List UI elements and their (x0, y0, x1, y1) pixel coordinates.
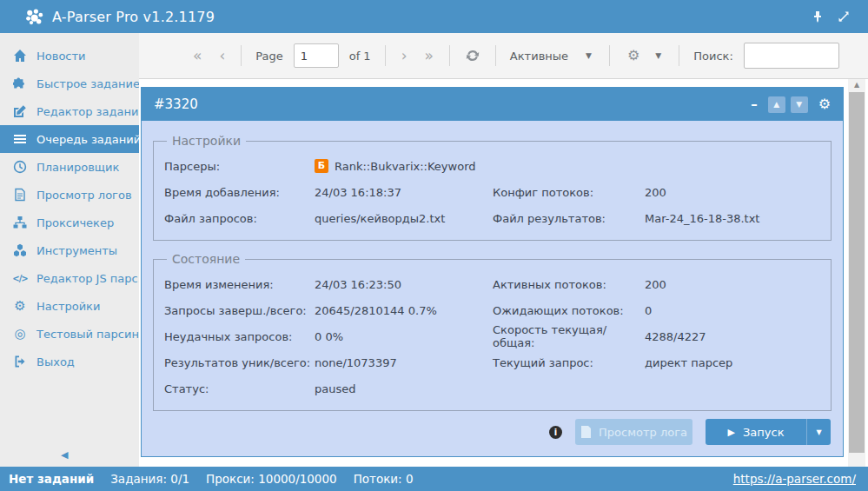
tasks-count: Задания: 0/1 (110, 472, 189, 486)
sign-out-icon (11, 355, 29, 368)
sidebar-item-label: Тестовый парсинг (36, 328, 145, 341)
parser-name: Rank::Bukvarix::Keyword (335, 160, 476, 173)
start-button[interactable]: ▶ Запуск ▼ (706, 419, 831, 445)
field-value: 0 0% (315, 330, 493, 343)
sidebar-item-label: Новости (36, 50, 86, 63)
field-value: 24/03 16:18:37 (315, 186, 493, 199)
field-value: 200 (645, 186, 820, 199)
file-text-icon (11, 188, 29, 202)
refresh-button[interactable] (457, 49, 488, 63)
sidebar-item-label: Планировщик (36, 161, 119, 174)
field-value: 4288/4227 (645, 330, 820, 343)
page-input[interactable] (294, 43, 339, 68)
cubes-icon (11, 243, 29, 257)
field-label: Результатов уник/всего: (164, 356, 315, 369)
field-value: Mar-24_16-18-38.txt (645, 212, 820, 225)
clock-icon (11, 160, 29, 174)
toolbar-separator (385, 45, 386, 66)
info-icon[interactable]: i (549, 426, 562, 439)
field-label: Активных потоков: (493, 278, 645, 291)
start-label: Запуск (743, 426, 785, 439)
main-content: #3320 – ▲ ▼ ⚙ Настройки Парсеры: Б Rank:… (139, 79, 847, 467)
task-card-body: Настройки Парсеры: Б Rank::Bukvarix::Key… (142, 121, 843, 456)
sidebar-item-exit[interactable]: Выход (0, 348, 139, 375)
sidebar-item-tools[interactable]: Инструменты (0, 236, 139, 264)
field-value: 0 (645, 304, 820, 317)
document-icon (580, 426, 592, 438)
field-label: Файл запросов: (164, 212, 315, 225)
settings-section-title: Настройки (167, 134, 246, 148)
field-label: Конфиг потоков: (493, 186, 645, 199)
search-input[interactable] (744, 43, 839, 69)
page-label: Page (248, 50, 289, 63)
field-label: Неудачных запросов: (164, 330, 315, 343)
prev-page-button[interactable]: ‹ (210, 49, 234, 63)
scrollbar-thumb[interactable] (849, 92, 865, 453)
field-label: Время добавления: (164, 186, 315, 199)
sidebar-item-log-viewer[interactable]: Просмотр логов (0, 181, 139, 209)
filter-select-value[interactable]: Активные (503, 50, 575, 63)
minimize-task-button[interactable]: – (745, 96, 763, 112)
start-dropdown-button[interactable]: ▼ (807, 419, 831, 445)
sidebar-item-test-parsing[interactable]: ◎ Тестовый парсинг (0, 320, 139, 348)
parser-value: Б Rank::Bukvarix::Keyword (315, 159, 820, 173)
field-label: Скорость текущая/общая: (493, 323, 645, 349)
code-icon: </> (11, 274, 29, 283)
play-icon: ▶ (728, 427, 735, 438)
sidebar-item-quick-task[interactable]: Быстрое задание (0, 70, 139, 97)
gears-icon: ⚙ (11, 300, 29, 313)
a-parser-link[interactable]: https://a-parser.com/ (733, 472, 856, 486)
next-page-button[interactable]: › (393, 49, 416, 63)
list-icon (11, 132, 29, 146)
field-label: Текущий запрос: (493, 356, 645, 369)
vertical-scrollbar[interactable]: ▲ (848, 79, 865, 467)
field-value: 24/03 16:23:50 (315, 278, 493, 291)
sidebar-item-scheduler[interactable]: Планировщик (0, 153, 139, 181)
field-label: Время изменения: (164, 278, 315, 291)
filter-dropdown-button[interactable]: ▼ (575, 51, 602, 60)
toolbar-separator (449, 45, 450, 66)
sidebar-item-settings[interactable]: ⚙ Настройки (0, 292, 139, 320)
field-label: Статус: (164, 382, 315, 395)
sidebar-item-task-queue[interactable]: Очередь заданий (0, 125, 139, 153)
move-task-up-button[interactable]: ▲ (768, 96, 785, 113)
settings-section: Настройки Парсеры: Б Rank::Bukvarix::Key… (153, 134, 832, 241)
pin-icon[interactable] (811, 10, 825, 23)
sidebar-item-task-editor[interactable]: Редактор заданий (0, 97, 139, 125)
toolbar-separator (679, 45, 679, 66)
proxies-count: Прокси: 10000/10000 (206, 472, 337, 486)
task-settings-gear-button[interactable]: ⚙ (818, 97, 831, 111)
sidebar-collapse-button[interactable]: ◀ (61, 449, 68, 461)
toolbar: « ‹ Page of 1 › » Активные ▼ ⚙ ▼ Поиск: (139, 33, 868, 79)
edit-icon (11, 104, 29, 118)
sidebar-item-proxy-checker[interactable]: Проксичекер (0, 209, 139, 236)
field-label: Запросы заверш./всего: (164, 304, 315, 317)
gear-dropdown-button[interactable]: ▼ (645, 51, 672, 60)
toolbar-separator (241, 45, 242, 66)
sidebar-item-label: Быстрое задание (36, 77, 140, 90)
view-log-button[interactable]: Просмотр лога (575, 419, 692, 445)
field-value: 20645/2810144 0.7% (315, 304, 493, 317)
status-text: Нет заданий (9, 472, 94, 486)
bukvarix-parser-icon: Б (315, 159, 328, 173)
sidebar-item-label: Инструменты (36, 244, 117, 257)
field-value: queries/кейворды2.txt (315, 212, 493, 225)
sidebar-item-news[interactable]: Новости (0, 42, 139, 70)
sidebar-item-label: Редактор заданий (36, 105, 146, 118)
field-label: Файл результатов: (493, 212, 645, 225)
toolbar-separator (609, 45, 610, 66)
state-section: Состояние Время изменения: 24/03 16:23:5… (153, 252, 832, 411)
expand-icon[interactable] (837, 10, 851, 23)
sidebar-item-js-parser-editor[interactable]: </> Редактор JS парс... (0, 264, 139, 292)
sidebar-item-label: Настройки (36, 300, 100, 313)
target-icon: ◎ (11, 328, 29, 341)
field-label: Парсеры: (164, 160, 315, 173)
move-task-down-button[interactable]: ▼ (791, 96, 808, 113)
scroll-up-arrow[interactable]: ▲ (848, 81, 865, 89)
last-page-button[interactable]: » (415, 49, 441, 63)
task-card-footer: i Просмотр лога ▶ Запуск ▼ (153, 419, 832, 445)
a-parser-logo-icon (23, 7, 45, 26)
first-page-button[interactable]: « (184, 49, 210, 63)
toolbar-gear-button[interactable]: ⚙ (617, 49, 645, 63)
state-section-title: Состояние (167, 252, 245, 266)
